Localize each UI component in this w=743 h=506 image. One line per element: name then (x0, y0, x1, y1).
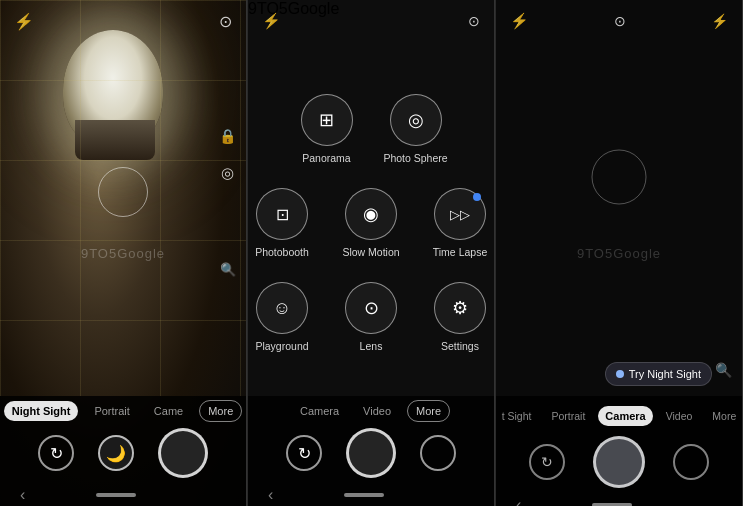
panorama-icon-circle: ⊞ (301, 94, 353, 146)
focus-circle (98, 167, 148, 217)
lock-icon: 🔒 (219, 128, 236, 144)
menu-item-photobooth[interactable]: ⊡ Photobooth (250, 188, 315, 258)
more-menu-grid: ⊞ Panorama ◎ Photo Sphere ⊡ Photobooth ◉ (248, 50, 494, 396)
search-icon[interactable]: 🔍 (220, 262, 236, 277)
panorama-icon: ⊞ (319, 109, 334, 131)
mode-tab-nightsight3[interactable]: t Sight (496, 406, 538, 426)
camera-controls-2: ↻ (286, 422, 456, 484)
night-sight-pill-label: Try Night Sight (629, 368, 701, 380)
menu-item-lens[interactable]: ⊙ Lens (339, 282, 404, 352)
mode-tab-camera3[interactable]: Camera (598, 406, 652, 426)
exposure-icon[interactable]: ◎ (221, 164, 234, 182)
settings-label: Settings (441, 340, 479, 352)
shutter-button-2[interactable] (346, 428, 396, 478)
mode-tab-camera2[interactable]: Camera (292, 401, 347, 421)
watermark: 9TO5Google (81, 246, 165, 261)
mode-tab-more2[interactable]: More (407, 400, 450, 422)
timelapse-icon: ▷▷ (450, 207, 470, 222)
menu-item-photosphere[interactable]: ◎ Photo Sphere (383, 94, 448, 164)
shutter-button-3[interactable] (593, 436, 645, 488)
panorama-label: Panorama (302, 152, 350, 164)
timelapse-icon-circle: ▷▷ (434, 188, 486, 240)
top-icons-bar: ⚡ ⊙ (8, 8, 238, 35)
top-icons-bar-2: ⚡ ⊙ (256, 8, 486, 34)
watermark-3: 9TO5Google (577, 246, 661, 261)
photosphere-label: Photo Sphere (383, 152, 447, 164)
menu-item-timelapse[interactable]: ▷▷ Time Lapse (428, 188, 493, 258)
rotate-camera-button-2[interactable]: ↻ (286, 435, 322, 471)
lens-icon-circle: ⊙ (345, 282, 397, 334)
timer-icon-3[interactable]: ⊙ (614, 13, 626, 29)
shutter-button[interactable] (158, 428, 208, 478)
lens-label: Lens (360, 340, 383, 352)
back-button-2[interactable]: ‹ (268, 486, 273, 504)
menu-item-playground[interactable]: ☺ Playground (250, 282, 315, 352)
night-sight-indicator (616, 370, 624, 378)
flip-icon-3[interactable]: ⚡ (711, 13, 728, 29)
bottom-bar-3: t Sight Portrait Camera Video More ↻ ‹ (496, 396, 742, 506)
menu-item-settings[interactable]: ⚙ Settings (428, 282, 493, 352)
photobooth-label: Photobooth (255, 246, 309, 258)
gallery-button-2[interactable] (420, 435, 456, 471)
navigation-bar: ‹ (0, 484, 246, 506)
mode-tab-portrait3[interactable]: Portrait (544, 406, 592, 426)
camera-controls: ↻ 🌙 (38, 422, 208, 484)
mode-tab-video3[interactable]: Video (659, 406, 700, 426)
panel-night-sight: 9TO5Google ⚡ ⊙ 🔒 ◎ 🔍 Night Sight Portrai… (0, 0, 247, 506)
settings-icon-circle: ⚙ (434, 282, 486, 334)
mode-tabs-2: Camera Video More (284, 396, 458, 422)
timer-icon[interactable]: ⊙ (219, 12, 232, 31)
menu-row-2: ⊡ Photobooth ◉ Slow Motion ▷▷ Time Lapse (250, 188, 493, 258)
mode-tab-video2[interactable]: Video (355, 401, 399, 421)
search-icon-3[interactable]: 🔍 (715, 362, 732, 378)
new-badge-dot (473, 193, 481, 201)
playground-label: Playground (255, 340, 308, 352)
panel-more-menu: ⚡ ⊙ 9TO5Google ⊞ Panorama ◎ Photo Sphere… (248, 0, 495, 506)
top-icons-bar-3: ⚡ ⊙ ⚡ (504, 8, 734, 34)
mode-tab-more[interactable]: More (199, 400, 242, 422)
flash-off-icon-3[interactable]: ⚡ (510, 12, 529, 30)
photosphere-icon-circle: ◎ (390, 94, 442, 146)
focus-circle-3 (592, 150, 647, 205)
playground-icon: ☺ (273, 298, 291, 319)
flash-off-icon[interactable]: ⚡ (14, 12, 34, 31)
settings-icon: ⚙ (452, 297, 468, 319)
rotate-camera-button-3[interactable]: ↻ (529, 444, 565, 480)
mode-tabs-3: t Sight Portrait Camera Video More (496, 396, 742, 432)
home-indicator[interactable] (96, 493, 136, 497)
mode-tab-portrait[interactable]: Portrait (86, 401, 137, 421)
photobooth-icon-circle: ⊡ (256, 188, 308, 240)
night-mode-button[interactable]: 🌙 (98, 435, 134, 471)
mode-tab-more3[interactable]: More (705, 406, 743, 426)
gallery-button-3[interactable] (673, 444, 709, 480)
slowmotion-icon-circle: ◉ (345, 188, 397, 240)
camera-controls-3: ↻ (496, 432, 742, 492)
menu-item-panorama[interactable]: ⊞ Panorama (294, 94, 359, 164)
night-sight-suggestion[interactable]: Try Night Sight (605, 362, 712, 386)
home-indicator-2[interactable] (344, 493, 384, 497)
bottom-bar-2: Camera Video More ↻ ‹ (248, 396, 494, 506)
bottom-bar: Night Sight Portrait Came More ↻ 🌙 ‹ (0, 396, 246, 506)
menu-row-1: ⊞ Panorama ◎ Photo Sphere (294, 94, 448, 164)
menu-row-3: ☺ Playground ⊙ Lens ⚙ Settings (250, 282, 493, 352)
navigation-bar-3: ‹ (496, 492, 742, 506)
panel-camera-dark: ⚡ ⊙ ⚡ 9TO5Google Try Night Sight 🔍 t Sig… (496, 0, 743, 506)
mode-tabs: Night Sight Portrait Came More (0, 396, 247, 422)
timer-icon-2[interactable]: ⊙ (468, 13, 480, 29)
back-button-3[interactable]: ‹ (516, 496, 521, 506)
photobooth-icon: ⊡ (276, 205, 289, 224)
mode-tab-camera[interactable]: Came (146, 401, 191, 421)
navigation-bar-2: ‹ (248, 484, 494, 506)
flash-off-icon-2[interactable]: ⚡ (262, 12, 281, 30)
playground-icon-circle: ☺ (256, 282, 308, 334)
timelapse-label: Time Lapse (433, 246, 487, 258)
mode-tab-nightsight[interactable]: Night Sight (4, 401, 79, 421)
slowmotion-label: Slow Motion (342, 246, 399, 258)
right-icons: 🔒 ◎ 🔍 (219, 128, 236, 277)
lens-icon: ⊙ (364, 297, 379, 319)
back-button[interactable]: ‹ (20, 486, 25, 504)
moon-icon: 🌙 (106, 444, 126, 463)
slowmotion-icon: ◉ (363, 203, 379, 225)
rotate-camera-button[interactable]: ↻ (38, 435, 74, 471)
menu-item-slowmotion[interactable]: ◉ Slow Motion (339, 188, 404, 258)
